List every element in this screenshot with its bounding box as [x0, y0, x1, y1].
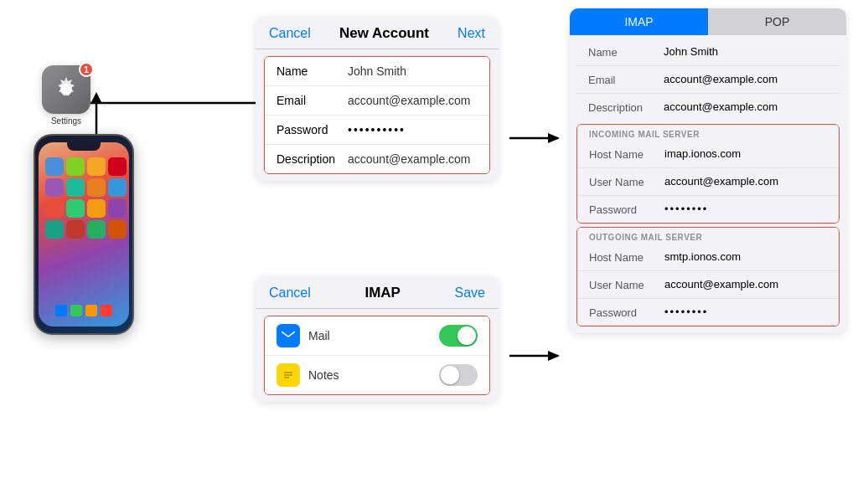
form-row-password: Password •••••••••• [265, 116, 489, 145]
incoming-password-row: Password •••••••• [577, 196, 839, 223]
form-label-name: Name [277, 64, 348, 78]
incoming-password-value[interactable]: •••••••• [664, 203, 708, 215]
notes-toggle[interactable] [439, 364, 478, 386]
outgoing-hostname-label: Host Name [589, 250, 664, 264]
form-value-password[interactable]: •••••••••• [348, 123, 406, 136]
outgoing-username-row: User Name account@example.com [577, 271, 839, 299]
right-value-email: account@example.com [664, 73, 778, 85]
notification-badge: 1 [79, 62, 94, 77]
panel-title: New Account [339, 25, 429, 42]
right-basic-name: Name John Smith [576, 39, 840, 66]
settings-label: Settings [42, 116, 90, 126]
form-value-name[interactable]: John Smith [348, 64, 406, 78]
form-label-description: Description [277, 152, 348, 166]
incoming-username-label: User Name [589, 175, 664, 188]
form-row-description: Description account@example.com [265, 145, 489, 173]
segmented-control[interactable]: IMAP POP [570, 8, 846, 35]
outgoing-server-section: OUTGOING MAIL SERVER Host Name smtp.iono… [576, 227, 840, 327]
new-account-form: Name John Smith Email account@example.co… [264, 56, 490, 174]
imap-panel-title: IMAP [364, 285, 401, 301]
outgoing-password-value[interactable]: •••••••• [664, 306, 708, 318]
mail-icon [277, 324, 300, 347]
right-basic-description: Description account@example.com [576, 94, 840, 121]
right-label-name: Name [588, 45, 664, 59]
tab-pop[interactable]: POP [708, 8, 846, 35]
settings-icon-container[interactable]: 1 [42, 65, 90, 114]
imap-cancel-button[interactable]: Cancel [269, 285, 311, 301]
mail-label: Mail [308, 329, 330, 342]
imap-mail-row: Mail [265, 316, 489, 356]
imap-items-form: Mail Notes [264, 316, 490, 395]
outgoing-password-label: Password [589, 306, 664, 319]
right-label-description: Description [588, 100, 664, 114]
form-value-description[interactable]: account@example.com [348, 152, 471, 166]
incoming-hostname-label: Host Name [589, 147, 664, 161]
gear-icon [50, 74, 82, 105]
right-label-email: Email [588, 73, 664, 86]
form-label-password: Password [277, 123, 348, 136]
outgoing-hostname-row: Host Name smtp.ionos.com [577, 244, 839, 271]
form-label-email: Email [277, 94, 348, 107]
incoming-hostname-value[interactable]: imap.ionos.com [664, 147, 741, 160]
svg-marker-4 [548, 133, 560, 143]
form-value-email[interactable]: account@example.com [348, 94, 471, 107]
imap-notes-row: Notes [265, 356, 489, 394]
incoming-password-label: Password [589, 203, 664, 216]
svg-rect-9 [282, 330, 295, 342]
outgoing-password-row: Password •••••••• [577, 299, 839, 326]
incoming-username-row: User Name account@example.com [577, 168, 839, 196]
arrow-settings-to-newaccount [90, 90, 275, 116]
right-value-description: account@example.com [664, 100, 778, 113]
imap-panel: Cancel IMAP Save Mail [256, 276, 499, 402]
outgoing-hostname-value[interactable]: smtp.ionos.com [664, 250, 741, 263]
incoming-server-section: INCOMING MAIL SERVER Host Name imap.iono… [576, 124, 840, 224]
iphone [34, 134, 134, 335]
outgoing-server-label: OUTGOING MAIL SERVER [577, 228, 839, 244]
form-row-name: Name John Smith [265, 57, 489, 86]
right-basic-email: Email account@example.com [576, 66, 840, 94]
outgoing-username-value[interactable]: account@example.com [664, 278, 778, 291]
tab-imap[interactable]: IMAP [570, 8, 708, 35]
mail-toggle[interactable] [439, 325, 478, 347]
imap-save-button[interactable]: Save [455, 285, 485, 301]
incoming-username-value[interactable]: account@example.com [664, 175, 778, 188]
right-value-name: John Smith [664, 45, 718, 58]
outgoing-username-label: User Name [589, 278, 664, 291]
right-panel: IMAP POP Name John Smith Email account@e… [570, 8, 846, 333]
new-account-panel: Cancel New Account Next Name John Smith … [256, 17, 499, 181]
cancel-button[interactable]: Cancel [269, 26, 311, 41]
form-row-email: Email account@example.com [265, 86, 489, 116]
next-button[interactable]: Next [457, 26, 485, 41]
incoming-hostname-row: Host Name imap.ionos.com [577, 141, 839, 168]
incoming-server-label: INCOMING MAIL SERVER [577, 125, 839, 141]
arrow-newaccount-to-right [509, 130, 568, 147]
notes-icon [277, 363, 300, 387]
svg-marker-8 [548, 351, 560, 361]
notes-label: Notes [308, 368, 339, 382]
arrow-imap-to-right [509, 347, 568, 364]
